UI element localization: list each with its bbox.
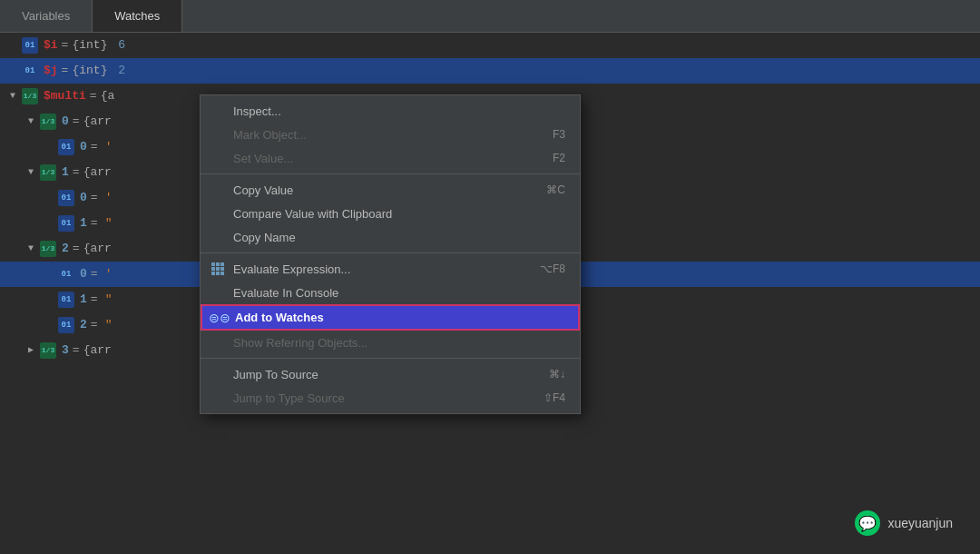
varname-arr0: 0: [62, 109, 69, 134]
varname-arr3: 3: [62, 338, 69, 363]
val-arr1-0: ': [105, 185, 113, 211]
menu-item-compare-clipboard[interactable]: Compare Value with Clipboard: [201, 202, 580, 225]
eq-arr1-1: =: [91, 211, 98, 236]
val-arr2-0: ': [105, 262, 113, 287]
varname-arr0-0: 0: [80, 134, 87, 160]
eq-j: =: [62, 58, 69, 84]
val-arr0-0: ': [105, 134, 113, 160]
val-arr2-2: ": [105, 312, 113, 338]
badge-arr2-1: 01: [58, 292, 74, 308]
badge-arr2-2: 01: [58, 317, 74, 333]
val-arr2-1: ": [105, 287, 113, 312]
type-arr0: {arr: [83, 109, 112, 134]
badge-arr1: 1/3: [40, 164, 56, 181]
watermark: 💬 xueyuanjun: [855, 510, 953, 536]
arrow-arr1: [25, 160, 36, 185]
badge-arr1-0: 01: [58, 190, 74, 206]
badge-arr2: 1/3: [40, 241, 56, 257]
menu-item-inspect[interactable]: Inspect...: [201, 99, 580, 123]
menu-item-mark-object[interactable]: Mark Object... F3: [201, 123, 580, 146]
var-row-j[interactable]: 01 $j = {int} 2: [0, 58, 980, 84]
arrow-arr0: [25, 109, 36, 134]
context-menu: Inspect... Mark Object... F3 Set Value..…: [200, 94, 581, 414]
badge-multi: 1/3: [22, 88, 38, 104]
type-i: {int}: [72, 33, 107, 58]
eq-multi: =: [90, 84, 97, 109]
type-arr2: {arr: [83, 236, 112, 262]
grid-icon: [210, 261, 226, 277]
varname-multi: $multi: [44, 84, 86, 109]
wechat-icon: 💬: [855, 510, 880, 536]
separator-1: [201, 173, 580, 174]
eq-arr1-0: =: [91, 185, 98, 211]
arrow-arr2: [25, 236, 36, 262]
badge-i: 01: [22, 37, 38, 54]
badge-arr0: 1/3: [40, 114, 56, 130]
varname-i: $i: [44, 33, 58, 58]
menu-item-evaluate-console[interactable]: Evaluate In Console: [201, 281, 580, 304]
eq-arr2: =: [73, 236, 80, 262]
type-arr3: {arr: [83, 338, 112, 363]
eq-arr2-1: =: [91, 287, 98, 312]
menu-item-jump-source[interactable]: Jump To Source ⌘↓: [201, 362, 580, 386]
menu-item-set-value[interactable]: Set Value... F2: [201, 146, 580, 170]
menu-item-show-referring[interactable]: Show Referring Objects...: [201, 331, 580, 354]
badge-arr2-0: 01: [58, 266, 74, 282]
badge-arr1-1: 01: [58, 215, 74, 232]
varname-arr2-1: 1: [80, 287, 87, 312]
menu-item-copy-name[interactable]: Copy Name: [201, 225, 580, 249]
menu-item-evaluate-expression[interactable]: Evaluate Expression... ⌥F8: [201, 257, 580, 281]
varname-arr2-2: 2: [80, 312, 87, 338]
tab-variables[interactable]: Variables: [0, 0, 93, 32]
varname-arr1: 1: [62, 160, 69, 185]
eq-i: =: [62, 33, 69, 58]
menu-item-copy-value[interactable]: Copy Value ⌘C: [201, 178, 580, 202]
varname-arr1-0: 0: [80, 185, 87, 211]
variables-panel: 01 $i = {int} 6 01 $j = {int} 2 1/3 $mul…: [0, 33, 980, 554]
watches-icon: ⊜⊜: [211, 310, 228, 326]
eq-arr0-0: =: [91, 134, 98, 160]
var-row-i[interactable]: 01 $i = {int} 6: [0, 33, 980, 58]
eq-arr1: =: [73, 160, 80, 185]
varname-arr1-1: 1: [80, 211, 87, 236]
badge-arr0-0: 01: [58, 139, 74, 155]
varname-j: $j: [44, 58, 58, 84]
badge-j: 01: [22, 63, 38, 79]
badge-arr3: 1/3: [40, 342, 56, 359]
tab-watches[interactable]: Watches: [93, 0, 182, 32]
type-arr1: {arr: [83, 160, 112, 185]
menu-item-jump-type[interactable]: Jump to Type Source ⇧F4: [201, 386, 580, 410]
type-multi: {a: [101, 84, 115, 109]
arrow-multi: [7, 84, 18, 109]
varname-arr2: 2: [62, 236, 69, 262]
val-j: 2: [111, 58, 125, 84]
eq-arr3: =: [73, 338, 80, 363]
varname-arr2-0: 0: [80, 262, 87, 287]
separator-2: [201, 252, 580, 253]
val-arr1-1: ": [105, 211, 113, 236]
arrow-arr3: [25, 338, 36, 363]
val-i: 6: [111, 33, 125, 58]
separator-3: [201, 358, 580, 359]
eq-arr2-2: =: [91, 312, 98, 338]
menu-item-add-watches[interactable]: ⊜⊜ Add to Watches: [201, 304, 580, 331]
eq-arr2-0: =: [91, 262, 98, 287]
eq-arr0: =: [73, 109, 80, 134]
type-j: {int}: [72, 58, 107, 84]
tab-bar: Variables Watches: [0, 0, 980, 33]
